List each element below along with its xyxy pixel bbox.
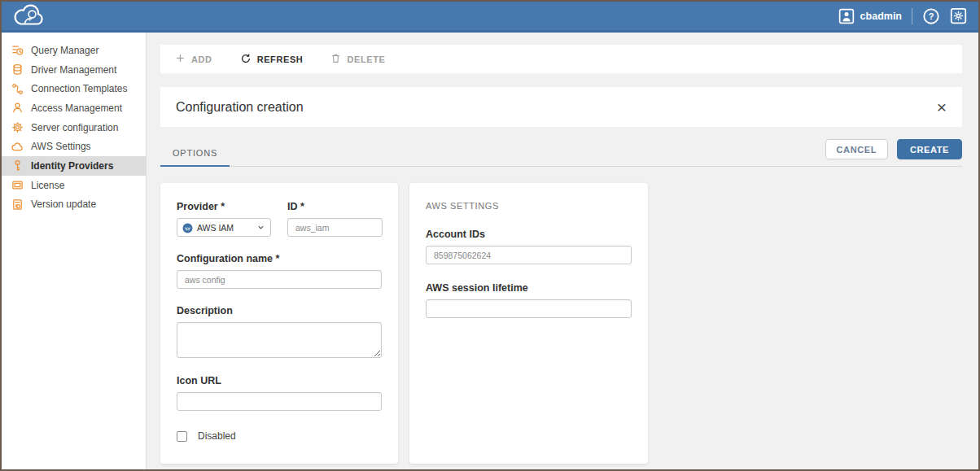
refresh-button-label: REFRESH — [257, 55, 304, 64]
connection-icon — [11, 83, 24, 95]
user-icon — [11, 102, 24, 114]
toolbar: ADD REFRESH — [160, 45, 962, 73]
description-label: Description — [177, 305, 382, 316]
sidebar-item-label: AWS Settings — [31, 141, 91, 152]
aws-session-lifetime-label: AWS session lifetime — [426, 282, 632, 294]
settings-icon[interactable] — [950, 7, 967, 24]
sidebar-item-label: Identity Providers — [31, 160, 113, 172]
sidebar-item-label: Access Management — [31, 102, 122, 114]
disabled-checkbox[interactable] — [177, 431, 187, 442]
sidebar-item-access-management[interactable]: Access Management — [2, 98, 146, 118]
tab-options[interactable]: OPTIONS — [160, 148, 230, 167]
description-textarea[interactable] — [177, 322, 382, 358]
tab-row: OPTIONS CANCEL CREATE — [160, 140, 962, 167]
plus-icon — [175, 53, 186, 65]
provider-selected-value: AWS IAM — [197, 223, 234, 233]
refresh-icon — [240, 53, 252, 66]
cloud-icon — [11, 141, 24, 153]
form-cards: Provider * AWS IAM — [160, 183, 962, 464]
user-avatar-icon — [838, 8, 855, 24]
disabled-checkbox-label: Disabled — [198, 430, 236, 442]
account-ids-input[interactable] — [426, 246, 632, 264]
configuration-creation-panel-header: Configuration creation × — [160, 87, 962, 127]
sidebar-item-aws-settings[interactable]: AWS Settings — [2, 137, 146, 156]
key-icon — [11, 159, 24, 172]
svg-text:?: ? — [929, 11, 934, 21]
top-bar: cbadmin ? — [2, 2, 978, 33]
help-icon[interactable]: ? — [922, 7, 940, 25]
app-window: cbadmin ? — [0, 0, 980, 471]
cancel-button[interactable]: CANCEL — [825, 139, 888, 159]
license-icon — [11, 179, 24, 191]
configuration-name-input[interactable] — [177, 270, 382, 289]
provider-select[interactable]: AWS IAM — [177, 218, 271, 237]
refresh-button[interactable]: REFRESH — [240, 53, 304, 66]
chevron-down-icon — [256, 223, 265, 232]
close-icon[interactable]: × — [937, 98, 947, 116]
topbar-actions: cbadmin ? — [838, 7, 967, 25]
sidebar-item-identity-providers[interactable]: Identity Providers — [2, 156, 146, 176]
sidebar-item-label: Driver Management — [31, 64, 116, 76]
sidebar-item-label: Connection Templates — [31, 83, 128, 94]
aws-iam-provider-icon — [182, 222, 193, 233]
add-button-label: ADD — [191, 55, 212, 64]
icon-url-input[interactable] — [177, 392, 382, 411]
version-update-icon — [11, 198, 24, 211]
delete-button[interactable]: DELETE — [330, 53, 385, 65]
disabled-checkbox-row[interactable]: Disabled — [177, 430, 382, 442]
add-button[interactable]: ADD — [175, 53, 212, 65]
panel-title: Configuration creation — [176, 100, 304, 115]
sidebar-item-version-update[interactable]: Version update — [2, 195, 146, 215]
sidebar-item-label: Version update — [31, 198, 96, 210]
query-manager-icon — [11, 44, 24, 56]
icon-url-label: Icon URL — [177, 375, 382, 386]
aws-session-lifetime-input[interactable] — [426, 299, 632, 318]
sidebar-nav: Query ManagerDriver ManagementConnection… — [2, 33, 147, 469]
provider-options-card: Provider * AWS IAM — [160, 183, 398, 464]
aws-settings-section-title: AWS SETTINGS — [426, 201, 632, 211]
cloudbeaver-logo-icon — [13, 4, 47, 28]
topbar-divider — [912, 8, 912, 24]
sidebar-item-connection-templates[interactable]: Connection Templates — [2, 79, 146, 98]
id-label: ID * — [287, 201, 383, 212]
main-content: ADD REFRESH — [147, 33, 978, 469]
sidebar-item-label: Server configuration — [31, 122, 118, 133]
id-input[interactable] — [287, 218, 383, 237]
gear-icon — [11, 121, 24, 133]
configuration-name-label: Configuration name * — [177, 253, 382, 264]
username: cbadmin — [860, 11, 902, 22]
trash-icon — [330, 53, 341, 65]
tab-actions: CANCEL CREATE — [825, 139, 962, 166]
sidebar-item-label: Query Manager — [31, 45, 98, 56]
database-icon — [11, 63, 24, 76]
sidebar-item-server-configuration[interactable]: Server configuration — [2, 118, 146, 137]
sidebar-item-label: License — [31, 180, 64, 191]
sidebar-item-query-manager[interactable]: Query Manager — [2, 41, 146, 60]
create-button[interactable]: CREATE — [897, 139, 962, 159]
delete-button-label: DELETE — [347, 55, 385, 64]
sidebar-item-license[interactable]: License — [2, 176, 146, 195]
sidebar-item-driver-management[interactable]: Driver Management — [2, 60, 146, 80]
provider-label: Provider * — [177, 201, 271, 212]
account-ids-label: Account IDs — [426, 229, 632, 240]
user-menu[interactable]: cbadmin — [838, 8, 902, 24]
aws-settings-card: AWS SETTINGS Account IDs AWS session lif… — [409, 183, 648, 464]
